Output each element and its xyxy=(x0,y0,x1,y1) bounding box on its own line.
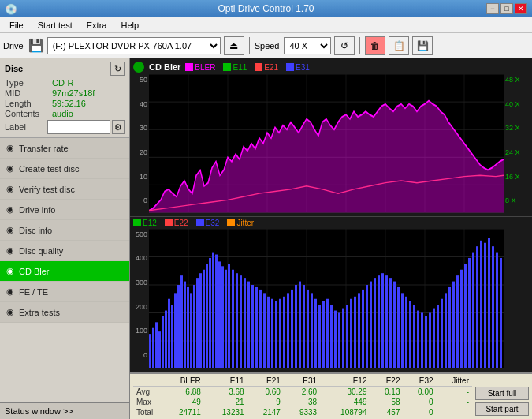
svg-rect-62 xyxy=(221,266,224,368)
max-e11: 21 xyxy=(204,397,247,407)
titlebar: 💿 Opti Drive Control 1.70 − □ ✕ xyxy=(0,0,532,17)
nav-cd-bler[interactable]: ◉ CD Bler xyxy=(0,261,129,282)
svg-rect-61 xyxy=(218,261,221,368)
disc-label-row: Label ⚙ xyxy=(5,120,125,134)
chart2-title: E12 E22 E32 Jitter xyxy=(133,219,529,227)
total-bler: 24711 xyxy=(161,407,204,417)
jitter-label: Jitter xyxy=(236,219,254,227)
svg-rect-91 xyxy=(334,310,337,368)
minimize-button[interactable]: − xyxy=(486,3,499,14)
th-e11: E11 xyxy=(204,376,247,387)
status-window-label: Status window >> xyxy=(5,406,73,416)
avg-label: Avg xyxy=(133,387,161,398)
save-button[interactable]: 💾 xyxy=(412,36,433,55)
refresh-button[interactable]: ↺ xyxy=(334,36,355,55)
title-left: 💿 Opti Drive Control 1.70 xyxy=(5,3,17,15)
nav-extra-tests[interactable]: ◉ Extra tests xyxy=(0,302,129,323)
nav-disc-info[interactable]: ◉ Disc info xyxy=(0,220,129,241)
svg-rect-68 xyxy=(244,278,246,368)
start-full-button[interactable]: Start full xyxy=(475,387,529,400)
nav-drive-info[interactable]: ◉ Drive info xyxy=(0,200,129,220)
legend-bler: BLER xyxy=(185,63,215,72)
svg-rect-63 xyxy=(225,269,227,368)
disc-refresh-button[interactable]: ↻ xyxy=(110,62,125,76)
start-part-button[interactable]: Start part xyxy=(475,402,529,416)
nav-disc-quality[interactable]: ◉ Disc quality xyxy=(0,241,129,261)
data-table-section: BLER E11 E21 E31 E12 E22 E32 Jitter Avg xyxy=(130,372,532,419)
eject-button[interactable]: ⏏ xyxy=(224,36,244,55)
erase-button[interactable]: 🗑 xyxy=(365,36,385,55)
chart1-svg: 0 10 20 30 40 50 60 70 80 min xyxy=(149,74,504,213)
copy-button[interactable]: 📋 xyxy=(389,36,409,55)
svg-rect-127 xyxy=(476,246,478,368)
drive-select[interactable]: (F:) PLEXTOR DVDR PX-760A 1.07 xyxy=(47,37,221,54)
maximize-button[interactable]: □ xyxy=(500,3,513,14)
chart2-right-spacer xyxy=(504,229,529,369)
avg-e31: 2.60 xyxy=(284,387,320,398)
chart1-svg-area: 0 10 20 30 40 50 60 70 80 min xyxy=(149,74,504,213)
e12-color xyxy=(133,219,141,226)
svg-rect-126 xyxy=(472,252,474,368)
svg-rect-101 xyxy=(374,278,376,368)
status-section[interactable]: Status window >> xyxy=(0,402,129,419)
chart2-y-axis: 500 400 300 200 100 0 xyxy=(133,229,149,369)
cd-bler-chart-icon xyxy=(133,62,144,73)
label-input[interactable] xyxy=(47,120,110,134)
gear-button[interactable]: ⚙ xyxy=(112,120,125,134)
speed-label: Speed xyxy=(255,41,280,51)
max-jitter: - xyxy=(437,397,472,407)
svg-rect-132 xyxy=(496,252,498,368)
type-label: Type xyxy=(5,78,52,88)
svg-rect-69 xyxy=(247,281,250,368)
separator-1 xyxy=(249,37,250,54)
svg-rect-70 xyxy=(251,285,254,369)
menu-extra[interactable]: Extra xyxy=(80,19,113,32)
avg-e11: 3.68 xyxy=(204,387,247,398)
main-layout: Disc ↻ Type CD-R MID 97m27s18f Length 59… xyxy=(0,58,532,419)
svg-rect-97 xyxy=(358,293,360,368)
svg-rect-104 xyxy=(385,275,388,368)
nav-transfer-rate[interactable]: ◉ Transfer rate xyxy=(0,138,129,159)
length-label: Length xyxy=(5,99,52,108)
e22-color xyxy=(165,219,173,226)
svg-rect-77 xyxy=(279,298,281,368)
svg-rect-105 xyxy=(389,278,392,368)
table-row-total: Total 24711 13231 2147 9333 108794 457 0… xyxy=(133,407,472,417)
svg-rect-46 xyxy=(171,305,173,368)
svg-rect-56 xyxy=(203,269,205,368)
menu-start-test[interactable]: Start test xyxy=(32,19,79,32)
svg-marker-14 xyxy=(149,101,504,213)
svg-rect-80 xyxy=(291,289,293,368)
svg-rect-92 xyxy=(338,312,340,368)
legend-e21: E21 xyxy=(255,63,278,72)
avg-e12: 30.29 xyxy=(320,387,370,398)
svg-rect-100 xyxy=(370,281,372,368)
svg-rect-47 xyxy=(174,293,177,368)
avg-e22: 0.13 xyxy=(370,387,403,398)
disc-mid-row: MID 97m27s18f xyxy=(5,88,125,98)
separator-2 xyxy=(359,37,360,54)
th-empty xyxy=(133,376,161,387)
close-button[interactable]: ✕ xyxy=(515,3,527,14)
contents-value: audio xyxy=(52,109,125,118)
svg-rect-128 xyxy=(480,240,482,368)
e12-label: E12 xyxy=(143,219,157,227)
svg-rect-133 xyxy=(500,257,502,368)
e21-color xyxy=(255,63,262,71)
speed-select[interactable]: 40 X xyxy=(284,37,331,54)
disc-quality-icon: ◉ xyxy=(5,245,16,256)
type-value: CD-R xyxy=(52,78,125,88)
svg-rect-64 xyxy=(228,264,230,368)
nav-verify-test-disc[interactable]: ◉ Verify test disc xyxy=(0,179,129,200)
total-e21: 2147 xyxy=(247,407,284,417)
menu-file[interactable]: File xyxy=(3,19,30,32)
legend-e31: E31 xyxy=(286,63,310,72)
disc-length-row: Length 59:52.16 xyxy=(5,99,125,108)
menu-help[interactable]: Help xyxy=(114,19,145,32)
nav-create-test-disc[interactable]: ◉ Create test disc xyxy=(0,159,129,179)
svg-rect-83 xyxy=(303,285,305,369)
legend2-e22: E22 xyxy=(165,219,188,227)
nav-fe-te[interactable]: ◉ FE / TE xyxy=(0,282,129,302)
chart1-right-axis: 48 X 40 X 32 X 24 X 16 X 8 X xyxy=(504,74,529,213)
th-e21: E21 xyxy=(247,376,284,387)
